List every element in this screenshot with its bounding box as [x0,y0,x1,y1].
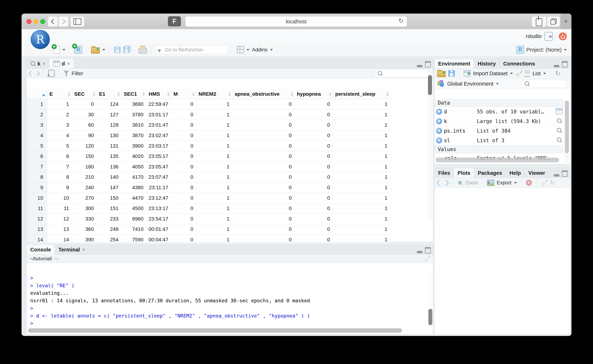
view-table-icon[interactable] [556,108,563,114]
expand-icon[interactable] [436,128,442,134]
open-in-new-window-icon[interactable] [48,70,55,77]
environment-object-sl[interactable]: slList of 3 [434,136,564,145]
table-row[interactable]: 99240147438023:11:1701001 [27,182,391,193]
maximize-pane-icon[interactable] [425,61,431,67]
refresh-plots-icon[interactable]: ↻ [550,179,555,186]
column-header-E[interactable]: E [47,89,72,99]
console-vertical-scrollbar[interactable] [428,273,433,327]
scrollbar-thumb[interactable] [28,328,402,333]
table-row[interactable]: 77180136405023:05:4701001 [27,162,391,172]
close-icon[interactable]: × [82,247,85,253]
column-header-rownames[interactable] [27,89,47,99]
clear-environment-icon[interactable] [515,70,522,77]
viewer-tab-k[interactable]: k× [27,59,49,69]
sort-arrows-icon[interactable] [192,91,195,98]
reload-icon[interactable]: ↻ [399,17,404,24]
workspace-panes-icon[interactable] [237,46,244,53]
environment-object-ps[interactable]: psnum [1:1364] 0 0 0 0 0 … [434,163,564,164]
environment-object-ps.ints[interactable]: ps.intsList of 384 [434,126,564,136]
chevron-down-icon[interactable] [514,182,517,185]
console-tab-console[interactable]: Console [27,245,55,254]
tab-overview-button[interactable] [547,16,560,27]
inspect-icon[interactable] [556,128,562,133]
plots-tab-help[interactable]: Help [506,168,525,178]
sort-arrows-icon[interactable] [93,91,95,98]
project-menu[interactable]: R Project: (None) [516,43,567,56]
minimize-window-button[interactable] [33,19,38,24]
sort-arrows-icon[interactable] [228,91,231,98]
new-project-icon[interactable]: R [74,46,82,54]
scrollbar-thumb[interactable] [428,75,432,95]
export-plot-button[interactable]: Export [497,180,512,186]
filter-button[interactable]: Filter [72,71,83,77]
minimize-pane-icon[interactable] [554,65,559,67]
table-vertical-scrollbar[interactable] [428,72,432,219]
minimize-pane-icon[interactable] [417,251,422,253]
sort-arrows-icon[interactable] [142,91,145,98]
environment-tab-environment[interactable]: Environment [434,59,474,69]
maximize-pane-icon[interactable] [562,61,568,67]
plots-tab-packages[interactable]: Packages [474,168,506,178]
sort-arrows-icon[interactable] [68,91,70,98]
scope-selector[interactable]: Global Environment [447,81,493,87]
column-header-M[interactable]: M [171,89,196,99]
goto-directory-icon[interactable]: ↪ [54,256,59,262]
sign-out-icon[interactable] [545,32,553,41]
inspect-icon[interactable] [556,118,562,124]
environment-search-input[interactable] [531,81,564,87]
scrollbar-thumb[interactable] [428,309,432,325]
inspect-icon[interactable] [556,137,562,143]
close-icon[interactable]: × [43,61,46,67]
viewer-search-input[interactable] [384,71,426,77]
refresh-icon[interactable]: ↻ [555,70,560,77]
minimize-pane-icon[interactable] [554,174,559,176]
console-horizontal-scrollbar[interactable] [28,328,426,333]
minimize-pane-icon[interactable] [417,65,422,67]
zoom-window-button[interactable] [40,19,45,24]
viewer-search-box[interactable] [374,70,429,78]
goto-file-input[interactable] [165,47,220,53]
previous-plot-icon[interactable] [436,180,442,186]
goto-file-box[interactable] [156,46,228,54]
next-plot-icon[interactable] [443,180,449,186]
save-all-icon[interactable] [123,46,130,53]
sidebar-toggle-button[interactable] [70,16,84,27]
environment-object-d[interactable]: d55 obs. of 10 variabl… [434,107,564,117]
sort-arrows-icon[interactable] [291,91,293,98]
filter-icon[interactable] [64,71,69,76]
expand-icon[interactable] [436,137,442,143]
table-row[interactable]: 3360128381023:01:4701001 [27,120,391,130]
print-icon[interactable] [139,48,147,53]
list-view-button[interactable]: List [533,71,541,77]
column-header-NREM2[interactable]: NREM2 [196,89,233,99]
column-header-HMS[interactable]: HMS [147,89,171,99]
console-output[interactable]: > > leval( "RE" )evaluating...nsrr01 : 1… [27,273,428,327]
table-row[interactable]: 66150135402023:05:1701001 [27,151,391,162]
maximize-pane-icon[interactable] [425,247,431,254]
environment-horizontal-scrollbar[interactable] [436,158,559,162]
sort-arrows-icon[interactable] [386,91,389,98]
clear-console-icon[interactable] [423,255,430,262]
environment-object-k[interactable]: kLarge list (594.3 Kb) [434,117,564,126]
remove-plot-icon[interactable]: × [526,180,532,186]
open-file-icon[interactable] [91,47,100,53]
plots-tab-viewer[interactable]: Viewer [525,168,549,178]
new-tab-button[interactable]: + [560,13,572,29]
sort-arrows-icon[interactable] [329,91,332,98]
column-header-hypopnea[interactable]: hypopnea [295,89,333,99]
expand-icon[interactable] [436,109,442,115]
chevron-down-icon[interactable] [270,49,273,52]
console-tab-terminal[interactable]: Terminal× [55,245,89,254]
clear-plots-icon[interactable] [541,179,547,186]
save-icon[interactable] [114,46,121,53]
close-window-button[interactable] [27,19,32,24]
table-row[interactable]: 2230127378023:01:1701001 [27,110,391,120]
forward-icon[interactable] [35,71,40,76]
browser-forward-button[interactable] [59,16,69,27]
plots-tab-plots[interactable]: Plots [454,168,474,178]
share-button[interactable] [532,16,546,27]
sort-arrows-icon[interactable] [167,91,170,98]
chevron-down-icon[interactable] [62,49,65,52]
table-row[interactable]: 1010270150447023:12:4701001 [27,193,391,203]
scrollbar-thumb[interactable] [436,158,559,162]
